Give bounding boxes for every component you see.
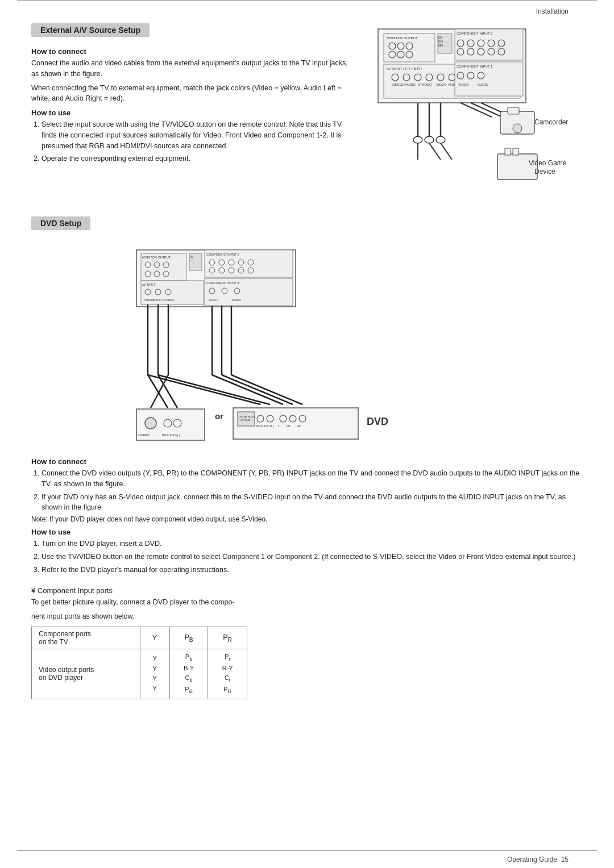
svg-line-52 [429, 143, 441, 160]
page-container: Installation External A/V Source Setup H… [0, 0, 614, 868]
dvd-note: Note: If your DVD player does not have c… [31, 515, 583, 523]
connect-para2: When connecting the TV to external equip… [31, 83, 355, 105]
svg-text:PB: PB [287, 424, 291, 428]
svg-text:Device: Device [534, 168, 555, 176]
svg-text:I: I [190, 260, 190, 262]
dvd-use-step1: Turn on the DVD player, insert a DVD. [42, 539, 583, 549]
svg-point-48 [413, 136, 422, 143]
svg-text:COMPONENT INPUT 1: COMPONENT INPUT 1 [206, 281, 239, 285]
svg-text:DIGITAL AUDIO: DIGITAL AUDIO [239, 415, 255, 418]
comp-input-desc1: To get better picture quality, connect a… [31, 597, 583, 608]
svg-text:MN: MN [438, 44, 443, 47]
main-content: External A/V Source Setup How to connect… [0, 18, 614, 745]
svg-line-53 [441, 143, 452, 160]
table-row-2: Video output portson DVD player YYYY PbB… [32, 649, 247, 699]
dvd-diagram-area: MONITOR OUTPUT DV I COMPONENT INPUT 2 [31, 244, 583, 449]
svg-text:VIDEO: VIDEO [436, 83, 447, 86]
dvd-use-step3: Refer to the DVD player's manual for ope… [42, 565, 583, 575]
dvd-use-title: How to use [31, 528, 583, 536]
comp-input-section: ¥ Component Input ports To get better pi… [31, 586, 583, 699]
svg-text:COMPONENT INPUT 2: COMPONENT INPUT 2 [206, 253, 239, 256]
use-steps-list: Select the input source with using the T… [31, 119, 355, 164]
dvd-section: DVD Setup MONITOR OUTPUT [31, 216, 583, 699]
svg-text:DV: DV [190, 256, 193, 258]
component-table: Component portson the TV Y PB PR Video o… [31, 627, 247, 699]
use-step-2: Operate the corresponding external equip… [42, 153, 355, 164]
svg-text:AV INPUT: AV INPUT [142, 283, 155, 286]
svg-text:AUDIO: AUDIO [152, 298, 161, 302]
table-row-1: Component portson the TV Y PB PR [32, 627, 247, 649]
svg-text:AUDIO: AUDIO [232, 298, 241, 302]
comp-input-title: ¥ Component Input ports [31, 586, 583, 595]
page-header: Installation [17, 0, 597, 18]
external-source-svg: MONITOR OUTPUT DB DVI MN COMPONENT IN [367, 23, 577, 199]
svg-text:VIDEO: VIDEO [458, 83, 469, 86]
svg-text:OPTICAL: OPTICAL [240, 419, 251, 422]
external-source-section: External A/V Source Setup How to connect… [31, 23, 583, 199]
svg-text:Video Game: Video Game [529, 159, 567, 167]
svg-text:PR AUDIO (L): PR AUDIO (L) [162, 433, 180, 437]
svg-text:Camcorder: Camcorder [534, 118, 568, 126]
dvd-connect-title: How to connect [31, 457, 583, 466]
connect-para1: Connect the audio and video cables from … [31, 58, 355, 80]
svg-point-112 [145, 418, 156, 429]
footer-page: 15 [561, 856, 569, 863]
svg-line-136 [151, 375, 168, 408]
svg-text:DVD: DVD [367, 416, 388, 427]
svg-point-49 [425, 136, 434, 143]
svg-text:MONITOR OUTPUT: MONITOR OUTPUT [142, 256, 171, 259]
row1-pr: PR [208, 627, 247, 649]
svg-line-135 [158, 375, 270, 404]
svg-line-131 [212, 375, 283, 404]
external-source-header: External A/V Source Setup [31, 23, 150, 37]
dvd-connect-step2: If your DVD only has an S-Video output j… [42, 492, 583, 514]
external-source-diagram: MONITOR OUTPUT DB DVI MN COMPONENT IN [367, 23, 583, 199]
row2-pb: PbB-YCbPB [169, 649, 208, 699]
dvd-connect-list: Connect the DVD video outputs (Y, PB, PR… [31, 468, 583, 513]
svg-text:DB: DB [438, 36, 443, 39]
how-to-use-title: How to use [31, 108, 355, 117]
svg-text:S-VIDEO: S-VIDEO [418, 83, 432, 86]
footer-guide: Operating Guide [507, 856, 557, 863]
comp-input-desc2: nent input ports as shown below. [31, 611, 583, 622]
svg-rect-62 [505, 148, 511, 155]
row2-label: Video output portson DVD player [32, 649, 140, 699]
svg-text:COMPONENT INPUT 2: COMPONENT INPUT 2 [457, 32, 493, 35]
svg-text:S-VIDEO: S-VIDEO [163, 298, 175, 302]
svg-text:L/AUDIO: L/AUDIO [402, 83, 416, 86]
svg-text:DVI: DVI [438, 40, 443, 43]
svg-text:MONITOR OUTPUT: MONITOR OUTPUT [387, 36, 418, 40]
row1-pb: PB [169, 627, 208, 649]
dvd-svg: MONITOR OUTPUT DV I COMPONENT INPUT 2 [131, 244, 483, 449]
svg-text:PR: PR [297, 424, 301, 428]
how-to-connect-title: How to connect [31, 47, 355, 56]
svg-text:AV INPUT / S-Y-PB-PR: AV INPUT / S-Y-PB-PR [387, 67, 422, 70]
use-step-1: Select the input source with using the T… [42, 119, 355, 151]
header-section: Installation [536, 7, 569, 15]
svg-text:VIDEO: VIDEO [209, 298, 218, 302]
external-source-text: External A/V Source Setup How to connect… [31, 23, 355, 199]
svg-text:PR AUDIO (L): PR AUDIO (L) [256, 424, 274, 428]
dvd-use-step2: Use the TV/VIDEO button on the remote co… [42, 552, 583, 562]
svg-text:S-VIDEO: S-VIDEO [138, 433, 150, 437]
svg-point-59 [513, 124, 522, 133]
dvd-setup-header: DVD Setup [31, 216, 90, 230]
svg-rect-63 [513, 148, 518, 155]
svg-text:VIDEO: VIDEO [392, 83, 403, 86]
row2-y: YYYY [140, 649, 169, 699]
svg-rect-58 [508, 107, 519, 114]
dvd-use-list: Turn on the DVD player, insert a DVD. Us… [31, 539, 583, 575]
dvd-connect-step1: Connect the DVD video outputs (Y, PB, PR… [42, 468, 583, 490]
svg-line-132 [222, 375, 293, 404]
row1-label: Component portson the TV [32, 627, 140, 649]
svg-text:or: or [215, 411, 223, 421]
page-footer: Operating Guide 15 [17, 850, 597, 868]
row1-y: Y [140, 627, 169, 649]
svg-point-50 [436, 136, 445, 143]
svg-text:COMPONENT INPUT 1: COMPONENT INPUT 1 [457, 65, 493, 68]
row2-pr: PrR-YCrPR [208, 649, 247, 699]
svg-text:AUDIO: AUDIO [478, 83, 488, 86]
